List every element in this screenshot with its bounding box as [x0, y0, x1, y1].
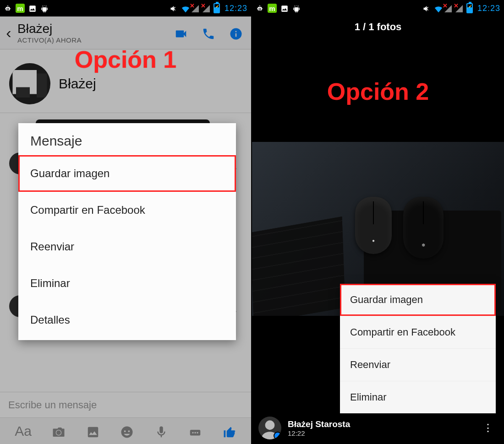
mute-icon: [169, 4, 177, 13]
android-icon: [292, 4, 301, 13]
microphone-icon[interactable]: [154, 423, 168, 439]
photo-icon: [280, 4, 289, 13]
photo-mouse-2: ❄: [403, 197, 444, 259]
text-style-button[interactable]: Aa: [15, 423, 32, 439]
menu-item-delete[interactable]: Eliminar: [18, 265, 236, 302]
overlay-label-2: Opción 2: [252, 78, 504, 105]
chat-input-placeholder: Escribe un mensaje: [8, 399, 97, 411]
menu-item-share-facebook[interactable]: Compartir en Facebook: [340, 316, 496, 348]
chat-input[interactable]: Escribe un mensaje: [0, 392, 251, 417]
gallery-icon[interactable]: [86, 423, 100, 439]
menu-item-save-image[interactable]: Guardar imagen: [18, 155, 236, 192]
status-bar: m ✕ ✕ ⚡ 12:23: [0, 0, 251, 16]
mute-icon: [422, 4, 430, 13]
menu-item-save-image[interactable]: Guardar imagen: [340, 284, 496, 316]
sender-time: 12:22: [288, 429, 350, 437]
context-menu: Guardar imagen Compartir en Facebook Ree…: [340, 284, 496, 413]
more-options-icon[interactable]: ⋮: [479, 418, 498, 438]
overlay-label-1: Opción 1: [0, 46, 251, 73]
photo-mouse-1: ●: [355, 197, 392, 254]
signal-1-icon: ✕: [444, 4, 453, 12]
photo-sender-bar: Błażej Starosta 12:22 ⋮: [252, 412, 504, 444]
emoji-icon[interactable]: [120, 423, 134, 439]
chat-header: ‹ Błażej ACTIVO(A) AHORA: [0, 16, 251, 49]
svg-point-2: [192, 432, 194, 433]
status-clock: 12:23: [477, 4, 500, 13]
sender-avatar[interactable]: [258, 417, 281, 439]
chat-action-bar: Aa: [0, 417, 251, 444]
wifi-icon: [433, 4, 442, 12]
profile-name: Błażej: [59, 76, 96, 92]
info-icon[interactable]: [229, 25, 243, 40]
signal-2-icon: ✕: [203, 4, 211, 12]
svg-point-5: [265, 420, 275, 430]
battery-charging-icon: ⚡: [466, 3, 473, 13]
messenger-badge-icon: [274, 432, 281, 439]
svg-point-3: [195, 432, 196, 433]
sender-name: Błażej Starosta: [288, 419, 350, 429]
context-menu-title: Mensaje: [18, 123, 236, 155]
bug-icon: [4, 4, 12, 13]
camera-icon[interactable]: [52, 423, 66, 439]
back-chevron-icon[interactable]: ‹: [5, 24, 13, 42]
header-contact-name: Błażej: [17, 22, 171, 36]
more-icon[interactable]: [188, 423, 202, 439]
voice-call-icon[interactable]: [202, 25, 215, 40]
signal-2-icon: ✕: [455, 4, 464, 12]
m-app-icon: m: [268, 4, 277, 13]
option2-screenshot: m ✕ ✕ ⚡ 12:23 1 / 1 fotos Opción 2 X7 ●: [252, 0, 504, 444]
video-call-icon[interactable]: [174, 25, 188, 40]
svg-point-4: [197, 432, 198, 433]
photo-icon: [28, 4, 37, 13]
menu-item-delete[interactable]: Eliminar: [340, 381, 496, 413]
android-icon: [40, 4, 49, 13]
m-app-icon: m: [16, 4, 25, 13]
status-bar: m ✕ ✕ ⚡ 12:23: [252, 0, 504, 16]
bug-icon: [256, 4, 264, 13]
signal-1-icon: ✕: [192, 4, 200, 12]
context-menu: Mensaje Guardar imagen Compartir en Face…: [18, 123, 236, 340]
header-contact-status: ACTIVO(A) AHORA: [17, 36, 171, 44]
status-clock: 12:23: [225, 4, 247, 13]
like-icon[interactable]: [223, 423, 236, 439]
menu-item-details[interactable]: Detalles: [18, 302, 236, 338]
menu-item-forward[interactable]: Reenviar: [340, 348, 496, 381]
photo-counter: 1 / 1 fotos: [252, 21, 504, 33]
menu-item-forward[interactable]: Reenviar: [18, 228, 236, 265]
photo-keyboard: [252, 217, 345, 316]
option1-screenshot: m ✕ ✕ ⚡ 12:23 ‹ Błażej ACTIVO(A) AHORA: [0, 0, 252, 444]
wifi-icon: [180, 4, 189, 12]
battery-charging-icon: ⚡: [214, 3, 220, 13]
menu-item-share-facebook[interactable]: Compartir en Facebook: [18, 192, 236, 228]
